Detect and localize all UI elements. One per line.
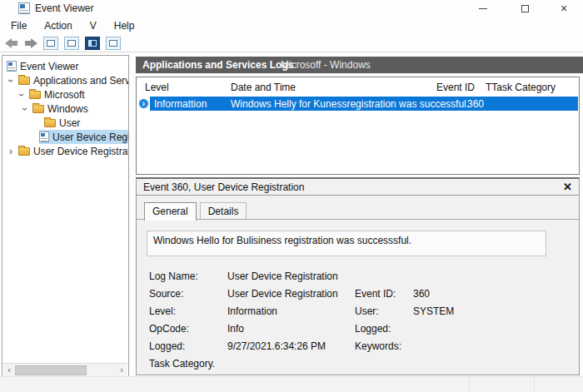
- field-label-keywords: Keywords:: [355, 340, 401, 352]
- chevron-down-icon[interactable]: ›: [17, 90, 26, 100]
- console-tree-icon: [47, 40, 55, 47]
- pane-header-subtitle: Microsoff - Windows: [281, 59, 371, 71]
- field-label-user: User:: [355, 305, 379, 317]
- field-label-opcode: OpCode:: [149, 323, 189, 335]
- tree-item-applications-and-services[interactable]: › Applications and Services: [2, 73, 128, 87]
- field-label-logged-right: Logged:: [355, 323, 391, 335]
- event-level-cell: Informattion: [154, 98, 207, 110]
- event-message-cell: Windows Helly for Kunessregistration was…: [231, 98, 469, 110]
- help-window-button[interactable]: [106, 37, 121, 50]
- column-header-level[interactable]: Level: [145, 82, 169, 93]
- status-divider: [469, 378, 470, 391]
- field-label-log-name: Log Name:: [149, 270, 198, 282]
- standard-console-icon: [88, 40, 97, 47]
- tab-general[interactable]: General: [144, 202, 197, 221]
- menubar: File Action V Help: [0, 17, 583, 35]
- show-action-pane-button[interactable]: [64, 37, 79, 50]
- minimize-icon: [479, 8, 487, 9]
- tree-item-label: User: [59, 117, 80, 129]
- forward-arrow-icon[interactable]: [23, 38, 37, 49]
- chevron-down-icon[interactable]: ›: [21, 104, 29, 114]
- column-header-task-category[interactable]: TTask Category: [486, 82, 556, 93]
- folder-icon: [18, 77, 30, 85]
- chevron-down-icon[interactable]: ›: [7, 76, 15, 86]
- standard-console-button[interactable]: [85, 37, 100, 50]
- field-value-level: Information: [227, 305, 277, 317]
- field-value-source: User Device Registration: [227, 288, 338, 300]
- information-icon: ›: [138, 98, 149, 109]
- maximize-button[interactable]: [512, 0, 537, 17]
- close-icon: ×: [561, 2, 567, 14]
- tree-item-label: Applications and Services: [33, 75, 128, 87]
- scrollbar-thumb[interactable]: [15, 365, 87, 375]
- menu-file[interactable]: File: [8, 18, 29, 33]
- folder-icon: [32, 105, 44, 113]
- column-header-date-and-time[interactable]: Date and Time: [231, 82, 296, 93]
- results-pane-header: Applications and Services Logs Microsoff…: [136, 57, 583, 73]
- tree-horizontal-scrollbar[interactable]: ‹ ›: [3, 363, 127, 376]
- menu-action[interactable]: Action: [42, 18, 74, 33]
- tree-item-microsoft[interactable]: › Microsoft: [2, 87, 128, 102]
- pane-header-title: Applications and Services Logs: [142, 59, 293, 71]
- field-label-task-category: Task Category.: [149, 358, 215, 370]
- field-label-logged: Logged:: [149, 340, 185, 352]
- minimize-button[interactable]: [471, 0, 496, 17]
- status-bar: [0, 376, 583, 392]
- tree-item-user-device-registration[interactable]: › User Device Registrati: [2, 144, 128, 158]
- chevron-right-icon[interactable]: ›: [7, 146, 15, 156]
- preview-pane-header: Event 360, User Device Registration ✕: [136, 177, 580, 196]
- scroll-right-icon[interactable]: ›: [116, 365, 127, 375]
- menu-help[interactable]: Help: [112, 18, 137, 33]
- event-list: Level Date and Time Event ID TTask Categ…: [136, 77, 580, 175]
- tree-item-user-device-registration-selected[interactable]: User Bevice Registi: [2, 130, 128, 144]
- tree-item-label: User Bevice Registi: [52, 131, 128, 143]
- event-description-box: Windows Hello for Bulisiness registratio…: [147, 231, 546, 256]
- field-value-user: SYSTEM: [413, 305, 454, 317]
- tree-item-label: Windows: [47, 103, 88, 115]
- close-button[interactable]: ×: [551, 0, 576, 17]
- event-viewer-window: Event Viewer × File Action V Help Event …: [0, 0, 583, 392]
- menu-view[interactable]: V: [87, 18, 99, 33]
- folder-icon: [44, 119, 56, 127]
- tab-details[interactable]: Details: [200, 202, 247, 220]
- console-tree-panel: Event Viewer › Applications and Services…: [2, 55, 129, 378]
- event-viewer-icon: [7, 61, 17, 72]
- maximize-icon: [521, 5, 529, 12]
- tree-item-label: User Device Registrati: [33, 146, 128, 157]
- scroll-left-icon[interactable]: ‹: [3, 365, 15, 375]
- titlebar: Event Viewer ×: [0, 0, 583, 17]
- toolbar-separator: [0, 52, 583, 52]
- field-value-logged: 9/27/2021.6:34:26 PM: [227, 340, 326, 352]
- field-value-event-id: 360: [413, 288, 430, 300]
- back-arrow-icon[interactable]: [5, 38, 19, 49]
- tree-item-label: Event Viewer: [20, 61, 78, 72]
- window-title: Event Viewer: [35, 2, 93, 14]
- preview-close-icon[interactable]: ✕: [563, 181, 572, 193]
- tree-item-label: Microsoft: [44, 89, 85, 101]
- field-label-event-id: Event ID:: [355, 288, 396, 300]
- folder-icon: [18, 147, 30, 156]
- field-label-level: Level:: [149, 305, 176, 317]
- event-viewer-app-icon: [18, 2, 30, 14]
- event-id-cell: 360: [467, 98, 484, 110]
- event-row-selected[interactable]: › Informattion Windows Helly for Kunessr…: [137, 97, 579, 111]
- field-value-log-name: User Device Registration: [227, 270, 338, 282]
- tree-item-user[interactable]: User: [2, 116, 128, 130]
- tree-item-windows[interactable]: › Windows: [2, 102, 128, 116]
- log-icon: [39, 131, 49, 142]
- show-console-tree-button[interactable]: [43, 37, 58, 50]
- preview-tabs: General Details: [137, 201, 579, 220]
- field-label-source: Source:: [149, 288, 183, 300]
- action-pane-icon: [67, 40, 76, 47]
- column-header-event-id[interactable]: Event ID: [436, 82, 475, 93]
- preview-pane-title: Event 360, User Device Registration: [143, 181, 304, 193]
- folder-icon: [29, 91, 41, 99]
- preview-pane: General Details Windows Hello for Bulisi…: [136, 196, 580, 375]
- help-window-icon: [109, 40, 117, 47]
- tree-item-event-viewer[interactable]: Event Viewer: [2, 59, 128, 73]
- field-value-opcode: Info: [227, 323, 244, 335]
- status-divider: [534, 378, 535, 391]
- toolbar: [0, 35, 583, 52]
